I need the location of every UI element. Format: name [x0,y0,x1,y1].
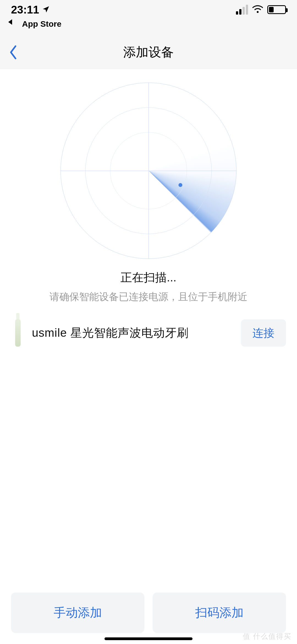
radar-scan [0,83,297,259]
radar-cross-v [148,83,149,259]
page-title: 添加设备 [123,44,174,61]
back-button[interactable] [8,36,18,69]
status-time: 23:11 [11,4,39,16]
nav-header: 添加设备 [0,36,297,69]
connect-button[interactable]: 连接 [241,319,286,347]
home-indicator[interactable] [105,637,193,640]
radar-found-dot [178,183,182,187]
content: 正在扫描... 请确保智能设备已连接电源，且位于手机附近 usmile 星光智能… [0,69,297,362]
device-row: usmile 星光智能声波电动牙刷 连接 [0,304,297,362]
scan-status: 正在扫描... 请确保智能设备已连接电源，且位于手机附近 [0,270,297,304]
breadcrumb-back-icon [8,19,12,25]
bottom-bar: 手动添加 扫码添加 [0,593,297,633]
battery-icon [267,5,286,14]
manual-add-button[interactable]: 手动添加 [11,593,144,633]
status-left: 23:11 [11,4,50,16]
scan-subtitle: 请确保智能设备已连接电源，且位于手机附近 [0,290,297,304]
watermark: 值 什么值得买 [243,632,292,641]
toothbrush-icon [15,319,21,347]
scan-qr-add-button[interactable]: 扫码添加 [153,593,286,633]
breadcrumb-back-label: App Store [14,19,61,29]
device-name: usmile 星光智能声波电动牙刷 [32,325,234,341]
breadcrumb-back-to-app[interactable]: App Store [0,19,297,36]
device-thumbnail [11,316,25,349]
cellular-icon [236,5,248,15]
wifi-icon [252,3,263,16]
status-right [236,3,286,16]
scan-title: 正在扫描... [0,270,297,285]
location-icon [42,4,50,16]
status-bar: 23:11 [0,0,297,19]
